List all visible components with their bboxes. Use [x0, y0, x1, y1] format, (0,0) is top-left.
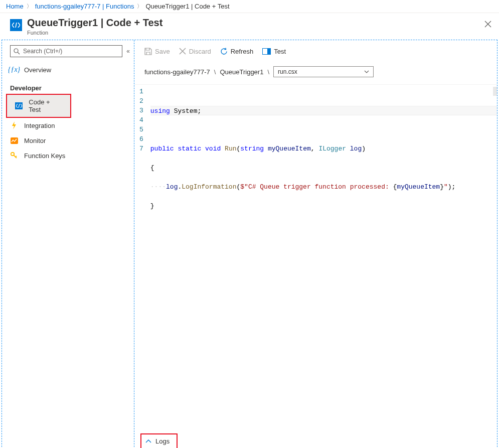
nav-code-test[interactable]: Code + Test	[7, 95, 70, 117]
search-placeholder: Search (Ctrl+/)	[23, 48, 62, 55]
file-name: run.csx	[278, 68, 297, 75]
breadcrumb-functions[interactable]: functions-ggailey777-7 | Functions	[35, 3, 134, 10]
svg-point-0	[14, 49, 18, 53]
svg-rect-1	[11, 137, 18, 144]
page-title: QueueTrigger1 | Code + Test	[27, 17, 162, 29]
nav-label: Monitor	[24, 137, 46, 144]
logs-label: Logs	[155, 437, 170, 445]
nav-label: Code + Test	[29, 98, 62, 113]
path-separator: \	[214, 68, 216, 76]
nav-label: Integration	[24, 122, 55, 129]
code-content[interactable]: using System; public static void Run(str…	[150, 87, 497, 430]
save-button[interactable]: Save	[144, 48, 170, 55]
chevron-down-icon	[364, 70, 369, 73]
test-label: Test	[274, 48, 286, 55]
svg-rect-4	[267, 48, 271, 54]
discard-label: Discard	[189, 48, 211, 55]
chevron-right-icon: 〉	[27, 3, 32, 10]
content-area: Save Discard Refresh Test	[134, 40, 497, 448]
save-label: Save	[155, 48, 170, 55]
monitor-icon	[10, 136, 18, 144]
collapse-sidebar-button[interactable]: «	[126, 48, 130, 55]
refresh-button[interactable]: Refresh	[220, 48, 254, 55]
function-fx-icon: {ƒx}	[10, 66, 18, 74]
nav-monitor[interactable]: Monitor	[2, 133, 134, 148]
nav-function-keys[interactable]: Function Keys	[2, 148, 134, 163]
refresh-icon	[220, 48, 228, 55]
logs-expand-button[interactable]: Logs	[140, 433, 178, 448]
path-func: QueueTrigger1	[220, 68, 263, 76]
code-icon	[15, 102, 23, 109]
discard-button[interactable]: Discard	[179, 48, 211, 55]
page-header: QueueTrigger1 | Code + Test Function	[0, 13, 499, 40]
nav-integration[interactable]: Integration	[2, 118, 134, 133]
minimap-indicator[interactable]	[493, 87, 497, 96]
nav-label: Overview	[24, 66, 51, 74]
test-button[interactable]: Test	[262, 48, 286, 55]
breadcrumb-current: QueueTrigger1 | Code + Test	[145, 3, 229, 10]
test-panel-icon	[262, 48, 271, 55]
sidebar: Search (Ctrl+/) « {ƒx} Overview Develope…	[2, 40, 134, 448]
page-subtitle: Function	[27, 30, 162, 36]
path-separator: \	[267, 68, 269, 76]
search-icon	[14, 48, 20, 55]
code-icon	[10, 19, 22, 31]
code-editor[interactable]: 1234567 using System; public static void…	[134, 85, 497, 430]
refresh-label: Refresh	[231, 48, 254, 55]
breadcrumb: Home 〉 functions-ggailey777-7 | Function…	[0, 0, 499, 13]
close-button[interactable]	[483, 19, 493, 29]
search-input[interactable]: Search (Ctrl+/)	[10, 45, 122, 57]
chevron-right-icon: 〉	[137, 3, 142, 10]
breadcrumb-home[interactable]: Home	[6, 3, 24, 10]
discard-icon	[179, 48, 186, 55]
line-number-gutter: 1234567	[134, 87, 150, 430]
nav-label: Function Keys	[24, 152, 65, 160]
nav-section-developer: Developer	[2, 77, 134, 94]
file-selector-dropdown[interactable]: run.csx	[273, 66, 374, 77]
svg-point-2	[11, 153, 14, 156]
toolbar: Save Discard Refresh Test	[134, 40, 497, 62]
nav-overview[interactable]: {ƒx} Overview	[2, 62, 134, 77]
file-path-row: functions-ggailey777-7 \ QueueTrigger1 \…	[134, 62, 497, 85]
chevron-up-icon	[145, 439, 151, 443]
key-icon	[10, 152, 18, 160]
save-icon	[144, 48, 152, 55]
path-app: functions-ggailey777-7	[144, 68, 210, 76]
lightning-icon	[10, 121, 18, 129]
